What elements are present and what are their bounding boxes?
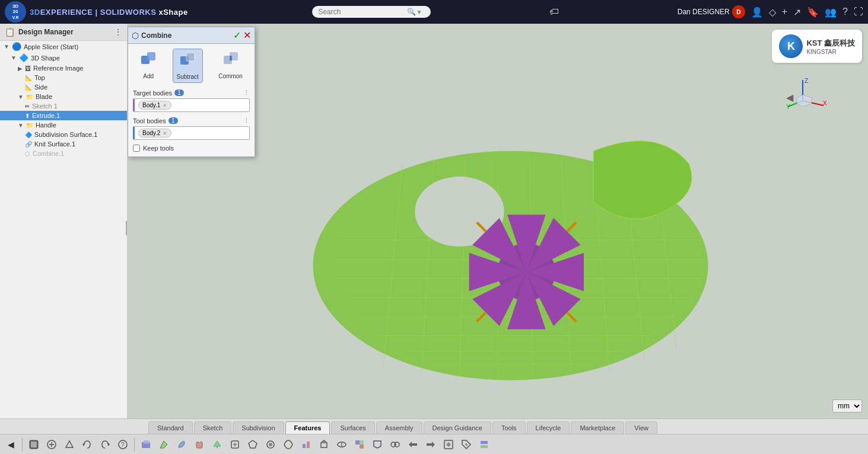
sidebar-item-top[interactable]: 📐 Top	[0, 73, 127, 82]
tab-surfaces[interactable]: Surfaces	[331, 421, 374, 434]
search-dropdown-icon[interactable]: ▼	[416, 9, 422, 15]
subtract-op-icon	[179, 52, 196, 72]
sidebar-menu-icon[interactable]: ⋮	[114, 27, 122, 37]
toolbar-btn-12[interactable]	[280, 436, 297, 453]
tool-body-input[interactable]: Body.2 ✕	[133, 126, 250, 140]
toolbar-btn-3[interactable]	[79, 436, 96, 453]
sidebar-item-3d-shape[interactable]: ▼ 🔷 3D Shape	[0, 52, 127, 63]
app-logo[interactable]: 3D20V.R	[5, 1, 26, 23]
sidebar-item-side[interactable]: 📐 Side	[0, 82, 127, 92]
toolbar-btn-10[interactable]	[244, 436, 261, 453]
toolbar-btn-23[interactable]	[476, 436, 492, 453]
body1-remove[interactable]: ✕	[163, 103, 167, 108]
tab-sketch[interactable]: Sketch	[194, 421, 232, 434]
toolbar-btn-20[interactable]	[422, 436, 439, 453]
extrude-icon: ⬆	[25, 113, 30, 119]
viewport[interactable]: ⬡ Combine ✓ ✕ Add	[128, 24, 868, 418]
op-add-button[interactable]: Add	[136, 49, 160, 83]
app-title-sub: xShape	[156, 8, 187, 17]
unit-selector[interactable]: mm cm in ft	[832, 399, 862, 413]
sidebar-item-combine1[interactable]: ⬡ Combine.1	[0, 149, 127, 158]
toolbar-btn-22[interactable]	[458, 436, 475, 453]
toolbar-btn-21[interactable]	[440, 436, 457, 453]
toolbar-btn-18[interactable]	[387, 436, 403, 453]
toolbar-btn-9[interactable]	[227, 436, 243, 453]
target-bodies-menu[interactable]: ⋮	[243, 89, 250, 97]
toolbar-btn-17[interactable]	[369, 436, 386, 453]
combine-cancel-button[interactable]: ✕	[243, 30, 251, 41]
subtract-op-label: Subtract	[177, 73, 199, 80]
combine-ok-button[interactable]: ✓	[233, 30, 241, 41]
sidebar-item-knit[interactable]: 🔗 Knit Surface.1	[0, 139, 127, 149]
profile-icon[interactable]: 👤	[751, 7, 763, 18]
toolbar-btn-13[interactable]	[298, 436, 314, 453]
tab-subdivision[interactable]: Subdivision	[233, 421, 284, 434]
compass-icon[interactable]: ◇	[769, 7, 776, 18]
tree-label: Subdivision Surface.1	[34, 131, 97, 138]
tab-view[interactable]: View	[625, 421, 657, 434]
search-input[interactable]	[318, 8, 407, 16]
share-icon[interactable]: ↗	[793, 7, 801, 18]
arrow-icon: ▼	[18, 94, 24, 100]
toolbar-btn-16[interactable]	[351, 436, 368, 453]
axis-widget[interactable]: Z X Y ◀	[785, 71, 838, 126]
body2-remove[interactable]: ✕	[163, 130, 167, 136]
keep-tools-checkbox[interactable]	[133, 145, 140, 152]
tab-design-guidance[interactable]: Design Guidance	[424, 421, 491, 434]
op-common-button[interactable]: Common	[215, 49, 246, 83]
tree-label: Knit Surface.1	[34, 140, 75, 148]
toolbar-btn-box[interactable]	[138, 436, 154, 453]
toolbar-btn-1[interactable]	[43, 436, 60, 453]
tab-assembly[interactable]: Assembly	[376, 421, 422, 434]
toolbar-btn-4[interactable]	[97, 436, 113, 453]
tree-label: Apple Slicer (Start)	[24, 43, 78, 50]
tab-lifecycle[interactable]: Lifecycle	[527, 421, 570, 434]
sidebar-item-apple-slicer[interactable]: ▼ 🔵 Apple Slicer (Start)	[0, 41, 127, 52]
tool-bodies-menu[interactable]: ⋮	[243, 117, 250, 124]
sidebar-item-handle[interactable]: ▼ 📁 Handle	[0, 120, 127, 130]
combine-titlebar: ⬡ Combine ✓ ✕	[128, 27, 255, 44]
op-subtract-button[interactable]: Subtract	[173, 49, 203, 83]
help-icon[interactable]: ?	[842, 7, 848, 17]
toolbar-btn-5[interactable]	[155, 436, 172, 453]
sidebar-item-ref-image[interactable]: ▶ 🖼 Reference Image	[0, 63, 127, 73]
tree-label: Blade	[36, 93, 52, 100]
expand-icon[interactable]: ⛶	[854, 7, 863, 17]
knit-icon: 🔗	[25, 141, 32, 148]
toolbar-btn-14[interactable]	[316, 436, 332, 453]
svg-point-52	[269, 443, 272, 446]
sidebar-item-blade[interactable]: ▼ 📁 Blade	[0, 92, 127, 101]
toolbar-btn-11[interactable]	[262, 436, 279, 453]
tag-icon[interactable]: 🏷	[549, 7, 559, 17]
target-bodies-text: Target bodies	[133, 89, 172, 97]
toolbar-left-arrow[interactable]: ◀	[2, 436, 19, 453]
tree-label: Side	[34, 84, 47, 91]
tab-marketplace[interactable]: Marketplace	[571, 421, 624, 434]
add-icon[interactable]: +	[782, 7, 787, 17]
sidebar-item-extrude1[interactable]: ⬆ Extrude.1	[0, 111, 127, 120]
arrow-icon: ▼	[18, 122, 24, 129]
toolbar-btn-8[interactable]	[209, 436, 225, 453]
tab-standard[interactable]: Standard	[148, 421, 193, 434]
sidebar-item-subdivision[interactable]: 🔷 Subdivision Surface.1	[0, 130, 127, 139]
toolbar-btn-2[interactable]	[61, 436, 78, 453]
search-bar[interactable]: 🔍 ▼	[312, 6, 431, 18]
tab-tools[interactable]: Tools	[492, 421, 526, 434]
sidebar-item-sketch1[interactable]: ✏ Sketch 1	[0, 101, 127, 111]
svg-text:◀: ◀	[786, 92, 794, 103]
svg-rect-58	[355, 440, 360, 445]
unit-select[interactable]: mm cm in ft	[832, 399, 862, 413]
toolbar-btn-6[interactable]	[173, 436, 190, 453]
bookmark-icon[interactable]: 🔖	[807, 7, 819, 18]
toolbar-btn-help[interactable]: ?	[115, 436, 131, 453]
toolbar-btn-0[interactable]	[26, 436, 42, 453]
target-body-input[interactable]: Body.1 ✕	[133, 98, 250, 112]
plane-icon: 📐	[25, 75, 32, 81]
tab-features[interactable]: Features	[285, 421, 330, 434]
toolbar-btn-15[interactable]	[333, 436, 350, 453]
toolbar-btn-7[interactable]	[191, 436, 208, 453]
tool-bodies-label: Tool bodies 1 ⋮	[133, 117, 250, 124]
people-icon[interactable]: 👥	[825, 7, 837, 18]
toolbar-btn-19[interactable]	[405, 436, 421, 453]
arrow-icon: ▼	[11, 55, 17, 61]
